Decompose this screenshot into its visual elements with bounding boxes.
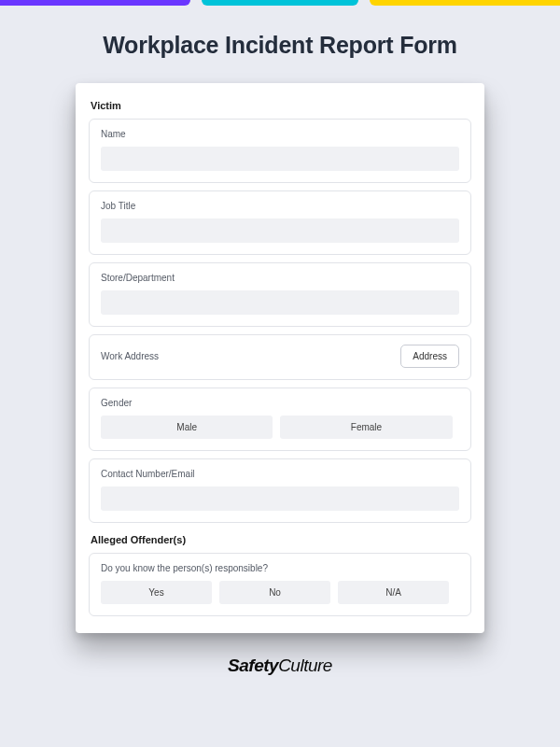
brand-logo: SafetyCulture	[0, 655, 560, 676]
section-heading-offenders: Alleged Offender(s)	[91, 534, 471, 545]
brand-part1: Safety	[228, 655, 278, 675]
field-work-address: Work Address Address	[89, 334, 471, 380]
brand-part2: Culture	[278, 655, 332, 675]
field-contact: Contact Number/Email	[89, 458, 471, 523]
address-button[interactable]: Address	[400, 345, 459, 368]
label-responsible-known: Do you know the person(s) responsible?	[101, 563, 459, 573]
form-card: Victim Name Job Title Store/Department W…	[76, 83, 484, 633]
option-gender-male[interactable]: Male	[101, 416, 273, 439]
field-store-department: Store/Department	[89, 262, 471, 327]
field-gender: Gender Male Female	[89, 388, 471, 451]
brand-color-bar	[0, 0, 560, 6]
field-job-title: Job Title	[89, 190, 471, 255]
label-name: Name	[101, 129, 459, 139]
option-responsible-no[interactable]: No	[219, 581, 330, 604]
field-name: Name	[89, 119, 471, 183]
option-gender-female[interactable]: Female	[280, 416, 452, 439]
label-store-department: Store/Department	[101, 273, 459, 283]
label-contact: Contact Number/Email	[101, 469, 459, 479]
option-responsible-na[interactable]: N/A	[338, 581, 449, 604]
input-name[interactable]	[101, 147, 459, 171]
page-title: Workplace Incident Report Form	[0, 32, 560, 59]
section-heading-victim: Victim	[91, 100, 471, 111]
label-job-title: Job Title	[101, 201, 459, 211]
label-work-address: Work Address	[101, 351, 159, 361]
input-job-title[interactable]	[101, 218, 459, 243]
input-store-department[interactable]	[101, 290, 459, 315]
label-gender: Gender	[101, 398, 459, 408]
input-contact[interactable]	[101, 486, 459, 511]
field-responsible-known: Do you know the person(s) responsible? Y…	[89, 553, 471, 616]
option-responsible-yes[interactable]: Yes	[101, 581, 212, 604]
